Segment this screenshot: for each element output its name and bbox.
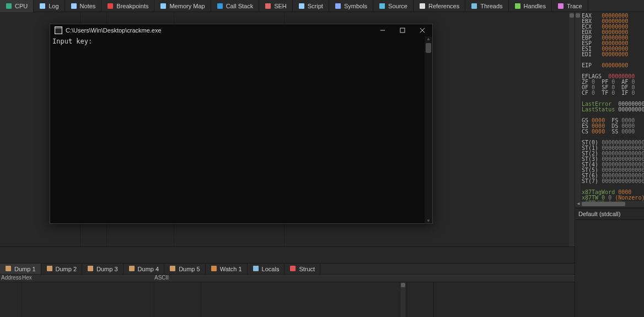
seh-icon (265, 3, 271, 9)
svg-rect-9 (379, 3, 385, 9)
tab-memorymap[interactable]: Memory Map (154, 0, 211, 12)
tab-struct[interactable]: Struct (285, 264, 320, 274)
tab-label: References (428, 3, 459, 9)
svg-rect-2 (71, 3, 77, 9)
thr-icon (471, 3, 477, 9)
tab-label: Trace (567, 3, 582, 9)
dump-col-ascii: ASCII (154, 275, 201, 282)
minimize-button[interactable] (373, 24, 393, 36)
tab-dump4[interactable]: Dump 4 (124, 264, 165, 274)
tab-callstack[interactable]: Call Stack (211, 0, 260, 12)
tab-dump3[interactable]: Dump 3 (82, 264, 124, 274)
bp-icon (107, 3, 114, 9)
svg-rect-24 (55, 27, 62, 28)
svg-rect-16 (88, 266, 93, 271)
tab-dump5[interactable]: Dump 5 (164, 264, 206, 274)
tab-label: Memory Map (169, 3, 205, 9)
dump-header: Address Hex ASCII (0, 275, 575, 282)
dump-icon (46, 265, 53, 273)
tab-dump1[interactable]: Dump 1 (0, 264, 41, 274)
dump-icon (128, 265, 135, 273)
tab-threads[interactable]: Threads (465, 0, 508, 12)
registers-v-scrollbar[interactable] (575, 12, 581, 207)
calling-convention[interactable]: Default (stdcall) (575, 208, 644, 220)
svg-rect-4 (160, 3, 166, 9)
registers-panel-container: EAX 00000000EBX 00000000ECX 00000000EDX … (575, 12, 644, 317)
tab-label: Script (308, 3, 323, 9)
stack-icon (217, 3, 223, 9)
svg-rect-14 (6, 266, 11, 271)
svg-rect-20 (253, 266, 259, 271)
svg-rect-1 (40, 3, 45, 9)
tab-label: Watch 1 (220, 266, 242, 272)
struct-icon (289, 265, 296, 273)
console-output[interactable]: Input key: (50, 36, 425, 223)
tab-label: Dump 2 (56, 266, 77, 272)
bottom-tab-bar: Dump 1Dump 2Dump 3Dump 4Dump 5Watch 1Loc… (0, 264, 575, 275)
tab-notes[interactable]: Notes (65, 0, 102, 12)
console-scrollbar[interactable] (425, 36, 432, 223)
svg-rect-10 (420, 3, 425, 9)
ref-icon (419, 3, 426, 9)
registers-h-scrollbar[interactable] (575, 201, 644, 207)
svg-rect-8 (335, 3, 341, 9)
svg-rect-0 (6, 3, 12, 9)
mem-icon (160, 3, 167, 9)
tab-source[interactable]: Source (373, 0, 414, 12)
console-window[interactable]: C:\Users\Win\Desktop\crackme.exe Input k… (50, 24, 433, 224)
svg-rect-21 (290, 266, 296, 271)
tab-watch1[interactable]: Watch 1 (206, 264, 248, 274)
locals-icon (253, 265, 259, 273)
svg-rect-13 (558, 3, 564, 9)
svg-rect-7 (299, 3, 304, 9)
tab-dump2[interactable]: Dump 2 (41, 264, 83, 274)
cpu-icon (6, 3, 12, 9)
maximize-button[interactable] (393, 24, 412, 36)
tab-label: Symbols (344, 3, 367, 9)
svg-rect-19 (211, 266, 217, 271)
tab-script[interactable]: Script (293, 0, 329, 12)
doc-icon (298, 3, 305, 9)
tab-label: Locals (262, 266, 280, 272)
tab-seh[interactable]: SEH (259, 0, 293, 12)
src-icon (379, 3, 385, 9)
svg-rect-3 (108, 3, 113, 9)
doc-icon (71, 3, 77, 9)
sym-icon (335, 3, 341, 9)
registers-panel[interactable]: EAX 00000000EBX 00000000ECX 00000000EDX … (581, 12, 644, 207)
top-tab-bar: CPULogNotesBreakpointsMemory MapCall Sta… (0, 0, 644, 12)
tab-label: Log (49, 3, 58, 9)
svg-rect-11 (471, 3, 477, 9)
tab-breakpoints[interactable]: Breakpoints (101, 0, 154, 12)
dump-icon (169, 265, 176, 273)
tab-handles[interactable]: Handles (509, 0, 552, 12)
trace-icon (557, 3, 564, 9)
tab-label: Source (388, 3, 407, 9)
tab-cpu[interactable]: CPU (0, 0, 34, 12)
svg-rect-17 (129, 266, 135, 271)
svg-rect-23 (55, 29, 62, 34)
info-bar (0, 247, 575, 264)
tab-label: Dump 1 (14, 266, 36, 272)
tab-label: Dump 3 (96, 266, 118, 272)
disasm-scrollbar[interactable] (569, 12, 575, 246)
tab-trace[interactable]: Trace (552, 0, 588, 12)
tab-label: Struct (299, 266, 315, 272)
svg-rect-15 (47, 266, 52, 271)
tab-log[interactable]: Log (34, 0, 65, 12)
dump-body (0, 282, 575, 317)
tab-label: Breakpoints (116, 3, 148, 9)
tab-label: CPU (15, 3, 28, 9)
console-titlebar[interactable]: C:\Users\Win\Desktop\crackme.exe (50, 24, 432, 36)
dump-scrollbar[interactable] (400, 282, 406, 317)
tab-locals[interactable]: Locals (248, 264, 285, 274)
dump-col-address: Address (0, 275, 22, 282)
tab-label: Threads (480, 3, 502, 9)
close-button[interactable] (412, 24, 432, 36)
console-icon (55, 26, 62, 34)
tab-references[interactable]: References (414, 0, 465, 12)
doc-icon (39, 3, 46, 9)
svg-rect-18 (170, 266, 175, 271)
tab-symbols[interactable]: Symbols (329, 0, 373, 12)
console-title-text: C:\Users\Win\Desktop\crackme.exe (66, 27, 162, 34)
